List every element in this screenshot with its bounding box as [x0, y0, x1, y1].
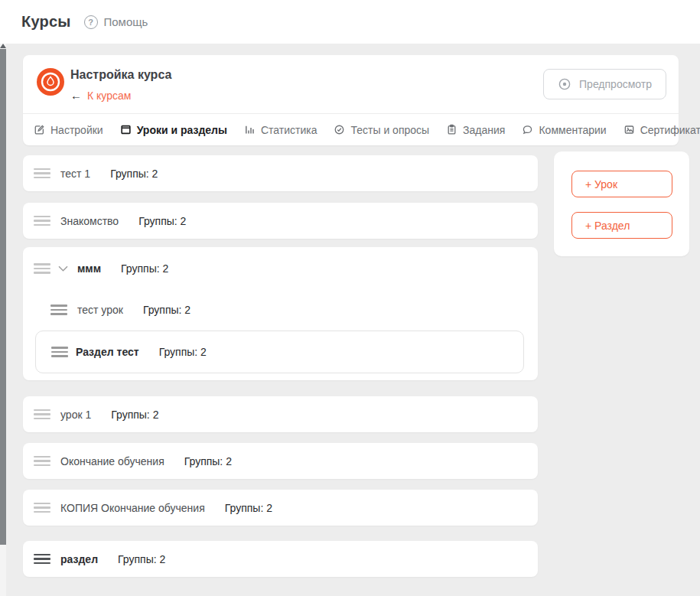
lesson-title: тест урок: [77, 304, 123, 316]
section-title: раздел: [60, 553, 98, 565]
nested-section-row[interactable]: Раздел тест Группы: 2: [35, 331, 524, 373]
tab-comments-label: Комментарии: [539, 124, 606, 136]
nested-lesson-row[interactable]: тест урок Группы: 2: [50, 304, 190, 316]
drag-handle-icon[interactable]: [34, 409, 50, 420]
back-arrow-icon: ←: [70, 89, 82, 102]
bar-chart-icon: [244, 124, 256, 135]
drag-handle-icon[interactable]: [51, 347, 68, 357]
lesson-title: Окончание обучения: [60, 455, 164, 467]
course-settings-title: Настройка курса: [70, 68, 171, 82]
course-header-card: Настройка курса ← К курсам Предпросмотр …: [23, 55, 679, 145]
lesson-title: тест 1: [60, 168, 90, 180]
section-title: ммм: [77, 262, 101, 275]
groups-count: Группы: 2: [184, 455, 232, 467]
lesson-title: КОПИЯ Окончание обучения: [60, 502, 205, 514]
groups-count: Группы: 2: [159, 346, 207, 358]
eye-icon: [558, 77, 571, 91]
tab-statistics[interactable]: Статистика: [244, 124, 317, 136]
drag-handle-icon[interactable]: [34, 168, 50, 179]
groups-count: Группы: 2: [118, 553, 165, 565]
tab-lessons-sections[interactable]: Уроки и разделы: [120, 124, 227, 136]
drag-handle-icon[interactable]: [34, 263, 50, 274]
tab-tasks[interactable]: Задания: [446, 124, 505, 136]
lessons-icon: [120, 124, 132, 135]
left-scrollbar[interactable]: [0, 44, 6, 596]
scrollbar-thumb[interactable]: [0, 49, 6, 545]
tab-certificates[interactable]: Сертификаты: [623, 124, 700, 136]
help-label: Помощь: [104, 15, 148, 28]
back-to-courses-link[interactable]: ← К курсам: [70, 89, 131, 102]
drag-handle-icon[interactable]: [34, 216, 50, 226]
lesson-row[interactable]: тест 1 Группы: 2: [23, 155, 538, 191]
comment-icon: [522, 124, 533, 135]
drag-handle-icon[interactable]: [34, 456, 50, 467]
section-container: ммм Группы: 2 тест урок Группы: 2 Раздел…: [23, 247, 538, 380]
lesson-title: Знакомство: [60, 215, 119, 227]
lesson-row[interactable]: Знакомство Группы: 2: [23, 203, 538, 239]
groups-count: Группы: 2: [121, 262, 168, 275]
add-lesson-button[interactable]: + Урок: [571, 171, 672, 197]
flame-logo-icon: [37, 68, 64, 96]
chevron-down-icon[interactable]: [58, 265, 68, 272]
lesson-title: урок 1: [60, 409, 91, 421]
course-tab-bar: Настройки Уроки и разделы Статистика: [34, 114, 700, 145]
scrollbar-up-arrow-icon[interactable]: [0, 44, 6, 48]
preview-button[interactable]: Предпросмотр: [543, 69, 666, 99]
tab-lessons-label: Уроки и разделы: [137, 124, 227, 136]
lesson-row[interactable]: Окончание обучения Группы: 2: [23, 443, 538, 479]
groups-count: Группы: 2: [110, 168, 158, 180]
drag-handle-icon[interactable]: [50, 305, 67, 315]
clipboard-icon: [446, 124, 457, 135]
tab-statistics-label: Статистика: [261, 124, 317, 136]
tab-settings-label: Настройки: [50, 124, 103, 136]
tab-comments[interactable]: Комментарии: [522, 124, 606, 136]
back-link-label: К курсам: [87, 90, 131, 102]
preview-button-label: Предпросмотр: [579, 78, 652, 90]
tab-tasks-label: Задания: [463, 124, 505, 136]
check-circle-icon: [334, 124, 345, 135]
actions-card: + Урок + Раздел: [554, 151, 689, 256]
question-circle-icon: ?: [84, 15, 98, 29]
page-title: Курсы: [21, 13, 71, 31]
tab-settings[interactable]: Настройки: [34, 124, 103, 136]
course-settings-page: Курсы ? Помощь Настройка курса ← К курса…: [0, 0, 700, 596]
groups-count: Группы: 2: [225, 502, 272, 514]
groups-count: Группы: 2: [111, 409, 158, 421]
add-section-button[interactable]: + Раздел: [571, 212, 672, 239]
edit-icon: [34, 124, 45, 135]
lesson-row[interactable]: урок 1 Группы: 2: [23, 396, 538, 432]
top-bar: Курсы ? Помощь: [0, 0, 700, 44]
section-title: Раздел тест: [76, 346, 139, 358]
tab-tests-surveys[interactable]: Тесты и опросы: [334, 124, 429, 136]
groups-count: Группы: 2: [138, 215, 186, 227]
lesson-row[interactable]: КОПИЯ Окончание обучения Группы: 2: [23, 490, 538, 526]
image-icon: [623, 124, 635, 135]
drag-handle-icon[interactable]: [34, 554, 50, 565]
help-button[interactable]: ? Помощь: [84, 15, 148, 29]
drag-handle-icon[interactable]: [34, 503, 50, 513]
tab-tests-label: Тесты и опросы: [350, 124, 429, 136]
section-row[interactable]: раздел Группы: 2: [23, 541, 538, 577]
groups-count: Группы: 2: [143, 304, 190, 316]
tab-certificates-label: Сертификаты: [640, 124, 700, 136]
section-row[interactable]: ммм Группы: 2: [34, 262, 168, 275]
